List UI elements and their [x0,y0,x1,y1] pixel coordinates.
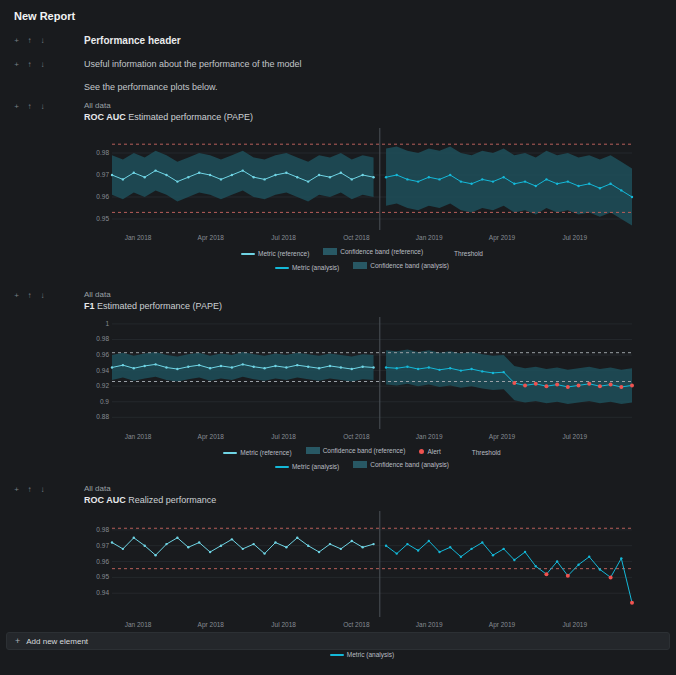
chart-title: ROC AUC Estimated performance (PAPE) [84,112,676,122]
line-swatch-icon [275,466,289,468]
add-element-above-button[interactable]: + [11,35,22,46]
move-down-button[interactable]: ↓ [37,484,48,495]
band-swatch-icon [353,262,367,269]
svg-text:1: 1 [105,320,109,327]
legend-item-label: Alert [427,447,440,457]
roc-auc-estimated-chart[interactable]: 0.950.960.970.98Jan 2018Apr 2018Jul 2018… [84,125,640,243]
svg-text:Jan 2018: Jan 2018 [125,234,152,241]
svg-text:Jan 2019: Jan 2019 [416,621,443,628]
legend-item[interactable]: Confidence band (analysis) [353,261,449,271]
move-up-button[interactable]: ↑ [24,290,35,301]
performance-header-text: Performance header [84,35,676,46]
legend-item[interactable]: Confidence band (reference) [306,446,406,456]
svg-text:Jul 2019: Jul 2019 [563,621,588,628]
line-swatch-icon [330,654,344,656]
legend-item-label: Metric (analysis) [292,263,339,273]
svg-text:0.98: 0.98 [96,149,109,156]
move-down-button[interactable]: ↓ [37,101,48,112]
svg-text:Jul 2019: Jul 2019 [563,234,588,241]
svg-text:Apr 2019: Apr 2019 [489,621,516,629]
svg-text:0.97: 0.97 [96,542,109,549]
f1-estimated-chart[interactable]: 0.880.90.920.940.960.981Jan 2018Apr 2018… [84,314,640,442]
chart-legend: Metric (reference)Confidence band (refer… [84,444,640,472]
add-new-element-button[interactable]: + Add new element [6,632,670,650]
add-element-above-button[interactable]: + [11,59,22,70]
svg-text:Oct 2018: Oct 2018 [343,621,370,628]
band-swatch-icon [306,447,320,454]
svg-text:0.94: 0.94 [96,589,109,596]
move-down-button[interactable]: ↓ [37,35,48,46]
line-swatch-icon [241,253,255,255]
legend-item[interactable]: Metric (analysis) [275,263,339,273]
svg-text:Jul 2018: Jul 2018 [271,433,296,440]
svg-text:0.96: 0.96 [96,193,109,200]
legend-item[interactable]: Confidence band (reference) [323,247,423,257]
line-swatch-icon [275,267,289,269]
band-swatch-icon [353,461,367,468]
svg-text:Jan 2018: Jan 2018 [125,621,152,628]
svg-text:0.97: 0.97 [96,171,109,178]
chart-title: F1 Estimated performance (PAPE) [84,301,676,311]
legend-item[interactable]: Metric (analysis) [330,650,394,660]
chart-eyebrow: All data [84,101,676,110]
legend-item[interactable]: Metric (reference) [241,249,309,259]
move-down-button[interactable]: ↓ [37,290,48,301]
roc-auc-realized-chart[interactable]: 0.940.950.960.970.98Jan 2018Apr 2018Jul … [84,508,640,630]
section-performance-header: + ↑ ↓ Performance header [0,35,676,46]
add-new-element-label: Add new element [26,637,88,646]
element-controls: + ↑ ↓ [11,290,48,301]
svg-text:0.95: 0.95 [96,215,109,222]
legend-item[interactable]: Threshold [455,448,501,458]
dash-swatch-icon [437,253,451,255]
move-up-button[interactable]: ↑ [24,101,35,112]
description-line-1: Useful information about the performance… [84,59,676,69]
chart-metric-name: ROC AUC [84,112,126,122]
legend-item-label: Metric (analysis) [292,462,339,472]
dot-swatch-icon [419,449,424,454]
chart-subtitle: Estimated performance (PAPE) [128,112,253,122]
element-controls: + ↑ ↓ [11,35,48,46]
chart-legend: Metric (reference)Confidence band (refer… [84,245,640,273]
legend-item-label: Threshold [454,249,483,259]
legend-item[interactable]: Confidence band (analysis) [353,460,449,470]
svg-text:Apr 2019: Apr 2019 [489,433,516,441]
svg-text:0.96: 0.96 [96,558,109,565]
svg-text:Jul 2018: Jul 2018 [271,234,296,241]
legend-item-label: Metric (reference) [240,448,291,458]
move-up-button[interactable]: ↑ [24,484,35,495]
line-swatch-icon [223,452,237,454]
svg-text:0.98: 0.98 [96,335,109,342]
svg-text:0.98: 0.98 [96,526,109,533]
svg-text:Apr 2018: Apr 2018 [198,433,225,441]
svg-text:0.9: 0.9 [100,398,109,405]
legend-item-label: Confidence band (analysis) [370,460,449,470]
legend-item-label: Confidence band (reference) [323,446,406,456]
add-element-above-button[interactable]: + [11,290,22,301]
legend-item[interactable]: Metric (reference) [223,448,291,458]
chart-eyebrow: All data [84,484,676,493]
move-up-button[interactable]: ↑ [24,59,35,70]
report-page: { "page": { "title": "New Report", "add_… [0,0,676,675]
legend-item[interactable]: Threshold [437,249,483,259]
svg-text:0.95: 0.95 [96,573,109,580]
svg-text:Oct 2018: Oct 2018 [343,433,370,440]
chart-title: ROC AUC Realized performance [84,495,676,505]
legend-item-label: Metric (analysis) [347,650,394,660]
element-controls: + ↑ ↓ [11,59,48,70]
svg-text:0.96: 0.96 [96,351,109,358]
move-down-button[interactable]: ↓ [37,59,48,70]
svg-text:Apr 2019: Apr 2019 [489,234,516,242]
move-up-button[interactable]: ↑ [24,35,35,46]
legend-item[interactable]: Alert [419,447,440,457]
plus-icon: + [15,636,20,646]
add-element-above-button[interactable]: + [11,484,22,495]
legend-item-label: Confidence band (reference) [340,247,423,257]
legend-item[interactable]: Metric (analysis) [275,462,339,472]
svg-text:Apr 2018: Apr 2018 [198,621,225,629]
dash-swatch-icon [455,452,469,454]
svg-text:Jul 2019: Jul 2019 [563,433,588,440]
svg-text:Oct 2018: Oct 2018 [343,234,370,241]
svg-text:Jan 2018: Jan 2018 [125,433,152,440]
svg-text:Jul 2018: Jul 2018 [271,621,296,628]
add-element-above-button[interactable]: + [11,101,22,112]
